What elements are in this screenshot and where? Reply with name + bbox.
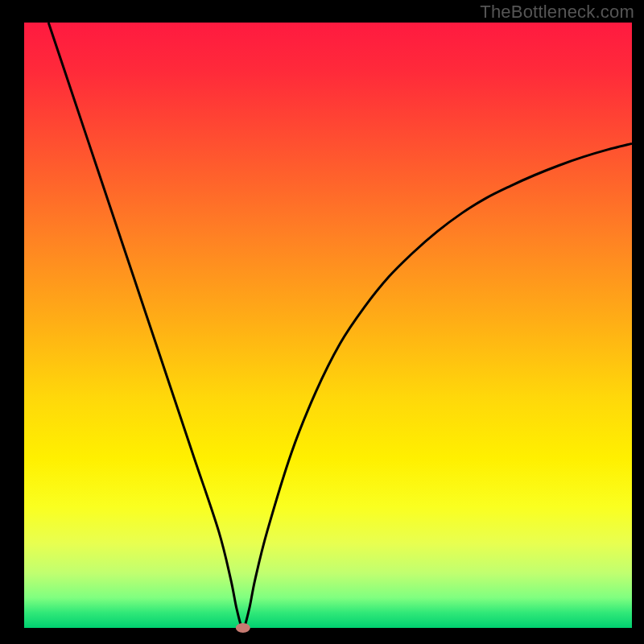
chart-frame: TheBottleneck.com xyxy=(0,0,644,644)
optimal-point-marker xyxy=(236,623,250,633)
bottleneck-chart xyxy=(0,0,644,644)
plot-background xyxy=(24,23,632,628)
watermark-text: TheBottleneck.com xyxy=(480,2,634,23)
